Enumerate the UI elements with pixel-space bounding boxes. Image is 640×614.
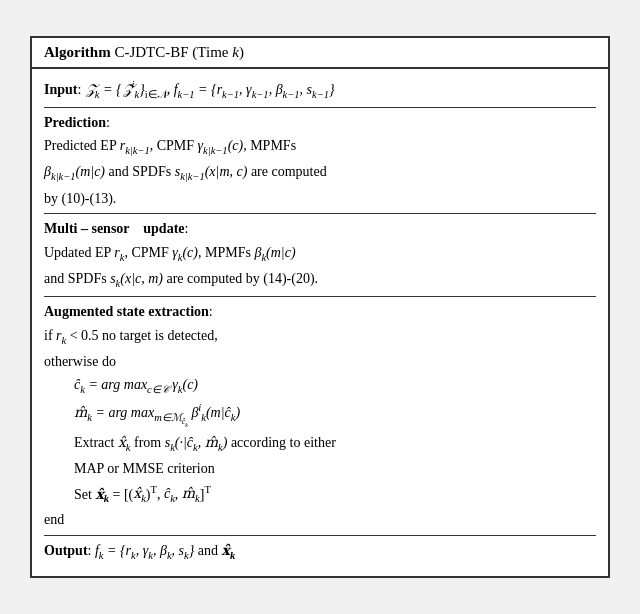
algorithm-body: Input: 𝒵k = {𝒵ik}i∈𝒩, fk−1 = {rk−1, γk−1… <box>32 69 608 576</box>
end-label: end <box>44 509 596 531</box>
prediction-line2: βk|k−1(m|c) and SPDFs sk|k−1(x|m, c) are… <box>44 161 596 185</box>
step-3: Extract x̂k from sk(·|ĉk, m̂k) according… <box>44 432 596 456</box>
divider-3 <box>44 296 596 297</box>
algorithm-label: Algorithm <box>44 44 111 60</box>
prediction-header: Prediction: <box>44 112 596 134</box>
update-line2: and SPDFs sk(x|c, m) are computed by (14… <box>44 268 596 292</box>
output-content: fk = {rk, γk, βk, sk} <box>95 543 198 558</box>
divider-4 <box>44 535 596 536</box>
time-variable: k <box>232 44 239 60</box>
output-line: Output: fk = {rk, γk, βk, sk} and x̂k <box>44 540 596 564</box>
if-line: if rk < 0.5 no target is detected, <box>44 325 596 349</box>
update-header: Multi – sensor update: <box>44 218 596 240</box>
update-line1: Updated EP rk, CPMF γk(c), MPMFs βk(m|c) <box>44 242 596 266</box>
algorithm-box: Algorithm C-JDTC-BF (Time k) Input: 𝒵k =… <box>30 36 610 578</box>
prediction-line1: Predicted EP rk|k−1, CPMF γk|k−1(c), MPM… <box>44 135 596 159</box>
input-label: Input <box>44 82 77 97</box>
divider-1 <box>44 107 596 108</box>
input-content: 𝒵k = {𝒵ik}i∈𝒩, fk−1 = {rk−1, γk−1, βk−1,… <box>85 82 335 97</box>
prediction-label: Prediction <box>44 115 106 130</box>
update-label: Multi – sensor update <box>44 221 185 236</box>
input-line: Input: 𝒵k = {𝒵ik}i∈𝒩, fk−1 = {rk−1, γk−1… <box>44 77 596 103</box>
divider-2 <box>44 213 596 214</box>
extraction-label: Augmented state extraction <box>44 304 209 319</box>
output-xhat: x̂ <box>222 543 230 558</box>
step-5: Set x̂k = [(x̂k)T, ĉk, m̂k]T <box>44 482 596 508</box>
step-1: ĉk = arg maxc∈𝒞 γk(c) <box>44 374 596 398</box>
algorithm-header: Algorithm C-JDTC-BF (Time k) <box>32 38 608 69</box>
output-label: Output <box>44 543 88 558</box>
otherwise-line: otherwise do <box>44 351 596 373</box>
step-2: m̂k = arg maxm∈ℳĉk βik(m|ĉk) <box>44 401 596 430</box>
prediction-line3: by (10)-(13). <box>44 188 596 210</box>
extraction-header: Augmented state extraction: <box>44 301 596 323</box>
step-4: MAP or MMSE criterion <box>44 458 596 480</box>
